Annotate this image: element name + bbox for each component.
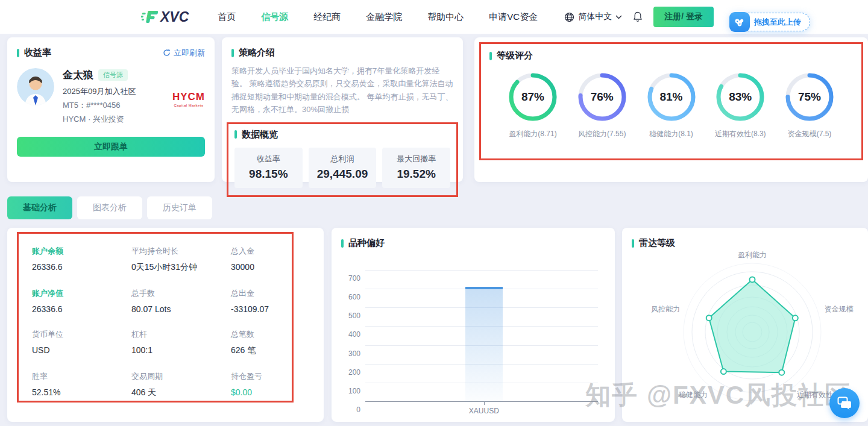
gauge-4: 75%资金规模(7.5) <box>779 71 840 139</box>
radar-point-1 <box>793 315 798 321</box>
logo-f-icon <box>141 9 159 25</box>
fxvc-logo[interactable]: XVC <box>141 9 189 25</box>
bar-chart-plot: 0100200300400500600700XAUUSD <box>365 271 598 402</box>
follow-now-button[interactable]: 立即跟单 <box>17 137 205 157</box>
radar-chart-title: 雷达等级 <box>639 237 675 249</box>
strategy-description: 策略开发人员毕业于国内知名大学，拥有7年量化策略开发经验。 策略遵循趋势交易原则… <box>231 64 453 116</box>
gauge-3: 83%近期有效性(8.3) <box>710 71 770 139</box>
nav-item-5[interactable]: 申请VC资金 <box>489 11 538 23</box>
tab-2[interactable]: 历史订单 <box>147 196 212 219</box>
data-overview-highlight-box: 数据概览 收益率98.15%总利润29,445.09最大回撤率19.52% <box>227 122 458 197</box>
profit-section-title: 收益率 <box>24 47 51 58</box>
refresh-icon <box>163 49 171 57</box>
overview-section-title: 数据概览 <box>242 129 278 140</box>
refresh-link[interactable]: 立即刷新 <box>163 48 205 58</box>
account-stat-4: 总手数80.07 Lots <box>131 288 231 314</box>
account-stat-9: 胜率52.51% <box>32 371 131 398</box>
account-stat-5: 总出金-33109.07 <box>231 288 292 314</box>
radar-label-1: 资金规模 <box>825 305 854 313</box>
chat-button[interactable] <box>829 388 860 418</box>
radar-point-0 <box>750 277 755 282</box>
nav-item-4[interactable]: 帮助中心 <box>427 11 464 23</box>
radar-label-2: 近期有效性 <box>797 390 833 399</box>
gauge-2: 81%稳健能力(8.1) <box>641 71 702 139</box>
radar-point-3 <box>721 369 726 374</box>
account-stat-10: 交易周期406 天 <box>131 371 231 398</box>
tab-0[interactable]: 基础分析 <box>7 196 72 219</box>
account-stat-8: 总笔数626 笔 <box>231 329 292 356</box>
analysis-tabs: 基础分析图表分析历史订单 <box>7 196 212 219</box>
radar-label-4: 风控能力 <box>651 305 680 313</box>
rating-card: 等级评分 87%盈利能力(8.71)76%风控能力(7.55)81%稳健能力(8… <box>474 37 868 182</box>
chat-bubbles-icon <box>837 396 852 410</box>
rating-gauges: 87%盈利能力(8.71)76%风控能力(7.55)81%稳健能力(8.1)83… <box>489 71 853 139</box>
radar-point-2 <box>779 370 784 375</box>
radar-point-4 <box>706 315 712 321</box>
logo-text: XVC <box>160 9 189 25</box>
overview-stat-tiles: 收益率98.15%总利润29,445.09最大回撤率19.52% <box>234 148 450 188</box>
overview-stat-2: 最大回撤率19.52% <box>382 148 450 188</box>
bar-chart-title: 品种偏好 <box>348 237 385 249</box>
gauge-1: 76%风控能力(7.55) <box>572 71 632 139</box>
radar-label-3: 稳健能力 <box>678 390 708 399</box>
mt5-account: MT5：#****0456 <box>63 100 172 111</box>
bar-XAUUSD[interactable] <box>465 287 503 402</box>
globe-icon <box>564 12 574 22</box>
radar-chart: 盈利能力资金规模近期有效性稳健能力风控能力 <box>632 249 858 413</box>
account-stat-0: 账户余额26336.6 <box>32 246 131 273</box>
bell-icon[interactable] <box>633 11 643 22</box>
overview-stat-1: 总利润29,445.09 <box>309 148 377 188</box>
nav-item-1[interactable]: 信号源 <box>261 11 288 23</box>
x-label-XAUUSD: XAUUSD <box>469 407 499 415</box>
nav-item-0[interactable]: 首页 <box>218 11 236 23</box>
account-stat-2: 总入金30000 <box>231 246 292 273</box>
strategy-card: 策略介绍 策略开发人员毕业于国内知名大学，拥有7年量化策略开发经验。 策略遵循趋… <box>222 37 463 182</box>
symbol-preference-card: 品种偏好 0100200300400500600700XAUUSD <box>332 228 615 422</box>
netdisk-cloud-icon <box>729 12 750 32</box>
language-selector[interactable]: 简体中文 <box>564 11 622 22</box>
account-stat-11: 持仓盈亏$0.00 <box>231 371 292 398</box>
account-stats-highlight-box: 账户余额26336.6平均持仓时长0天15小时31分钟总入金30000账户净值2… <box>17 232 294 403</box>
nav-item-3[interactable]: 金融学院 <box>366 11 402 23</box>
avatar[interactable] <box>17 68 54 105</box>
account-stats-card: 账户余额26336.6平均持仓时长0天15小时31分钟总入金30000账户净值2… <box>7 228 324 422</box>
join-date: 2025年09月加入社区 <box>63 86 172 97</box>
register-login-button[interactable]: 注册/ 登录 <box>653 7 714 27</box>
gridline-700: 700 <box>365 270 598 271</box>
upload-dropzone[interactable]: 拖拽至此上传 <box>729 13 810 31</box>
rating-highlight-box: 等级评分 87%盈利能力(8.71)76%风控能力(7.55)81%稳健能力(8… <box>479 42 863 160</box>
radar-label-0: 盈利能力 <box>738 251 767 259</box>
gauge-0: 87%盈利能力(8.71) <box>503 71 563 139</box>
account-stat-1: 平均持仓时长0天15小时31分钟 <box>131 246 231 273</box>
title-accent-bar <box>17 49 19 57</box>
broker-name: HYCM · 兴业投资 <box>63 114 172 125</box>
radar-rating-card: 雷达等级 盈利能力资金规模近期有效性稳健能力风控能力 <box>622 228 868 422</box>
signal-source-badge: 信号源 <box>98 69 128 81</box>
account-stat-6: 货币单位USD <box>32 329 131 356</box>
nav-item-2[interactable]: 经纪商 <box>313 11 341 23</box>
tab-1[interactable]: 图表分析 <box>77 196 142 219</box>
account-stats-grid: 账户余额26336.6平均持仓时长0天15小时31分钟总入金30000账户净值2… <box>32 246 292 398</box>
overview-stat-0: 收益率98.15% <box>234 148 303 188</box>
main-nav: 首页信号源经纪商金融学院帮助中心申请VC资金 <box>218 11 538 23</box>
language-label: 简体中文 <box>578 11 612 22</box>
account-stat-3: 账户净值26336.6 <box>32 288 131 314</box>
trader-name: 金太狼 <box>63 68 93 82</box>
strategy-section-title: 策略介绍 <box>239 47 275 58</box>
hycm-logo: HYCM Capital Markets <box>172 91 205 125</box>
account-stat-7: 杠杆100:1 <box>131 329 231 356</box>
refresh-label: 立即刷新 <box>174 48 205 58</box>
chevron-down-icon <box>615 15 622 19</box>
profit-profile-card: 收益率 立即刷新 金太狼 信号源 2025年09月加入 <box>7 37 215 182</box>
rating-section-title: 等级评分 <box>497 50 533 61</box>
